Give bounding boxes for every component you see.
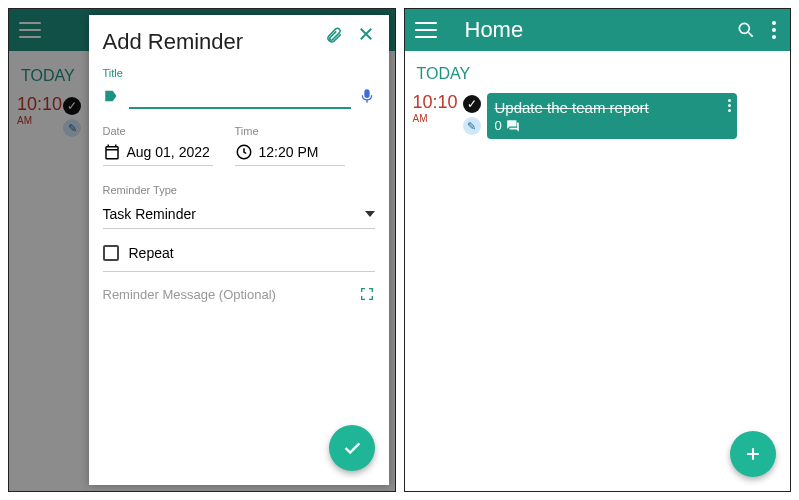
reminder-time: 10:10 <box>413 93 457 111</box>
expand-icon[interactable] <box>359 286 375 302</box>
calendar-icon <box>103 143 121 161</box>
panel-add-reminder: TODAY 10:10 AM ✓ ✎ Add Remind <box>8 8 396 492</box>
task-title: Update the team report <box>495 99 729 116</box>
comment-icon <box>506 119 520 133</box>
mic-icon[interactable] <box>359 86 375 106</box>
time-value: 12:20 PM <box>259 144 319 160</box>
dialog-title: Add Reminder <box>103 29 375 55</box>
date-value: Aug 01, 2022 <box>127 144 210 160</box>
panel-home: Home TODAY 10:10 AM ✓ ✎ Update the <box>404 8 792 492</box>
appbar: Home <box>405 9 791 51</box>
task-card[interactable]: Update the team report 0 <box>487 93 737 139</box>
list-item: 10:10 AM ✓ ✎ Update the team report 0 <box>413 93 783 139</box>
reminder-type-select[interactable]: Task Reminder <box>103 200 375 229</box>
tag-badge-icon: ✎ <box>63 119 81 137</box>
add-reminder-dialog: Add Reminder Title Date Aug 01, 2022 Tim… <box>89 15 389 485</box>
status-badges: ✓ ✎ <box>463 95 481 135</box>
reminder-ampm: AM <box>17 115 57 126</box>
add-fab[interactable] <box>730 431 776 477</box>
check-badge-icon: ✓ <box>463 95 481 113</box>
date-field-label: Date <box>103 125 213 137</box>
confirm-fab[interactable] <box>329 425 375 471</box>
title-field-label: Title <box>103 67 375 79</box>
comment-count: 0 <box>495 118 502 133</box>
time-picker[interactable]: 12:20 PM <box>235 139 345 166</box>
menu-icon[interactable] <box>19 22 41 38</box>
plus-icon <box>743 444 763 464</box>
menu-icon[interactable] <box>415 22 437 38</box>
reminder-ampm: AM <box>413 113 457 124</box>
tag-icon <box>103 87 121 105</box>
tag-badge-icon: ✎ <box>463 117 481 135</box>
title-input[interactable] <box>129 83 351 109</box>
home-content: TODAY 10:10 AM ✓ ✎ Update the team repor… <box>405 51 791 491</box>
clock-icon <box>235 143 253 161</box>
task-more-icon[interactable] <box>728 99 731 112</box>
reminder-time: 10:10 <box>17 95 57 113</box>
appbar-title: Home <box>449 17 725 43</box>
repeat-label: Repeat <box>129 245 174 261</box>
today-label: TODAY <box>413 59 783 93</box>
svg-point-1 <box>739 23 749 33</box>
more-icon[interactable] <box>768 21 780 39</box>
status-badges: ✓ ✎ <box>63 97 81 137</box>
time-field-label: Time <box>235 125 345 137</box>
repeat-checkbox[interactable] <box>103 245 119 261</box>
chevron-down-icon <box>365 211 375 217</box>
check-badge-icon: ✓ <box>63 97 81 115</box>
search-icon[interactable] <box>736 20 756 40</box>
date-picker[interactable]: Aug 01, 2022 <box>103 139 213 166</box>
message-placeholder[interactable]: Reminder Message (Optional) <box>103 287 276 302</box>
check-icon <box>341 437 363 459</box>
type-field-label: Reminder Type <box>103 184 375 196</box>
type-value: Task Reminder <box>103 206 196 222</box>
